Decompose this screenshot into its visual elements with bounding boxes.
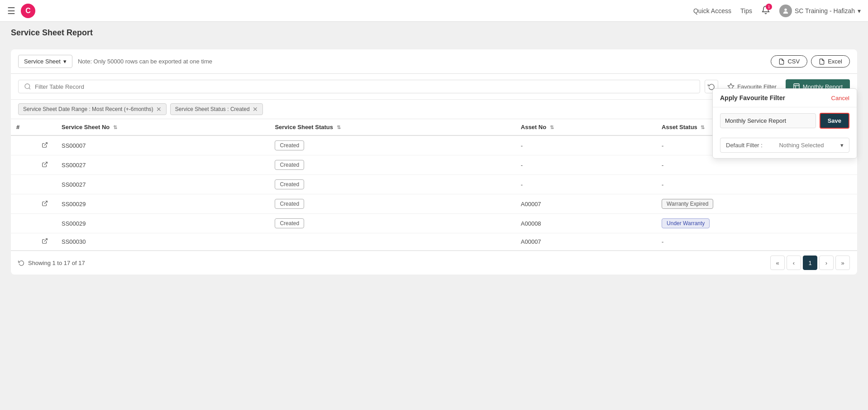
user-avatar [779, 5, 792, 17]
cell-sheet-no: SS00029 [56, 194, 269, 214]
cell-hash [11, 155, 33, 175]
cell-open-link[interactable] [33, 155, 56, 175]
fav-popup-footer: Default Filter : Nothing Selected ▾ [713, 134, 857, 158]
cell-asset-no: A00007 [515, 233, 656, 251]
table-row: SS00029CreatedA00007Warranty Expired [11, 194, 857, 214]
table-row: SS00027Created-- [11, 175, 857, 194]
search-input[interactable] [35, 83, 694, 90]
open-link-icon[interactable] [42, 162, 48, 169]
topnav-right: Quick Access Tips 1 SC Training - Hafiza… [693, 5, 861, 17]
cell-open-link[interactable] [33, 135, 56, 155]
logo-icon: C [21, 4, 35, 18]
cell-asset-no: A00007 [515, 194, 656, 214]
export-bar: Service Sheet ▾ Note: Only 50000 rows ca… [11, 49, 857, 74]
bell-badge: 1 [766, 4, 772, 10]
default-filter-value: Nothing Selected [779, 142, 824, 149]
quick-access-link[interactable]: Quick Access [693, 7, 731, 14]
remove-date-range-filter[interactable]: ✕ [156, 106, 162, 113]
asset-status-badge: Warranty Expired [662, 199, 713, 209]
svg-line-7 [44, 142, 47, 145]
fav-save-button[interactable]: Save [820, 113, 849, 129]
cell-sheet-no: SS00007 [56, 135, 269, 155]
topnav: ☰ C Quick Access Tips 1 SC Training - Ha… [0, 0, 868, 22]
page-first-button[interactable]: « [770, 256, 785, 270]
main-content: Service Sheet ▾ Note: Only 50000 rows ca… [0, 44, 868, 285]
svg-point-1 [25, 84, 30, 89]
cell-open-link [33, 175, 56, 194]
page-title: Service Sheet Report [11, 28, 857, 38]
table-row: SS00029CreatedA00008Under Warranty [11, 214, 857, 233]
fav-popup-body: Save [713, 107, 857, 134]
asset-status-badge: Under Warranty [662, 218, 710, 228]
cell-hash [11, 233, 33, 251]
page-last-button[interactable]: » [835, 256, 850, 270]
cell-sheet-no: SS00027 [56, 175, 269, 194]
page-1-button[interactable]: 1 [803, 256, 817, 270]
cell-asset-status: - [656, 175, 857, 194]
cell-status: Created [269, 175, 515, 194]
cell-asset-status: Under Warranty [656, 214, 857, 233]
default-filter-chevron: ▾ [840, 142, 844, 149]
export-buttons: CSV Excel [771, 55, 850, 68]
pagination-info: Showing 1 to 17 of 17 [18, 260, 85, 266]
user-chevron: ▾ [858, 7, 861, 14]
open-link-icon[interactable] [42, 239, 48, 246]
search-box [18, 80, 700, 93]
default-filter-dropdown[interactable]: Default Filter : Nothing Selected ▾ [720, 138, 849, 153]
cell-hash [11, 194, 33, 214]
pagination-showing: Showing 1 to 17 of 17 [28, 260, 85, 266]
pagination-controls: « ‹ 1 › » [770, 256, 850, 270]
cell-status: Created [269, 194, 515, 214]
user-name: SC Training - Hafizah [795, 7, 855, 14]
status-badge: Created [275, 199, 304, 209]
filter-chip-date-range: Service Sheet Date Range : Most Recent (… [18, 103, 167, 115]
excel-button[interactable]: Excel [811, 55, 850, 68]
cell-asset-no: - [515, 175, 656, 194]
service-sheet-dropdown[interactable]: Service Sheet ▾ [18, 55, 72, 68]
page-prev-button[interactable]: ‹ [787, 256, 801, 270]
page-next-button[interactable]: › [819, 256, 834, 270]
cell-open-link [33, 214, 56, 233]
col-header-asset-no[interactable]: Asset No ⇅ [515, 119, 656, 135]
cell-asset-no: - [515, 135, 656, 155]
table-row: SS00030A00007- [11, 233, 857, 251]
status-badge: Created [275, 160, 304, 170]
fav-popup-title: Apply Favourite Filter [720, 94, 785, 101]
topnav-left: ☰ C [7, 4, 35, 18]
pagination-refresh-icon[interactable] [18, 260, 24, 266]
hamburger-icon[interactable]: ☰ [7, 5, 15, 16]
cell-open-link[interactable] [33, 194, 56, 214]
fav-input-row: Save [720, 113, 849, 129]
remove-status-filter[interactable]: ✕ [253, 106, 258, 113]
default-filter-label: Default Filter : [726, 142, 763, 149]
col-header-sheet-no[interactable]: Service Sheet No ⇅ [56, 119, 269, 135]
search-icon [24, 83, 31, 90]
svg-line-9 [44, 201, 47, 203]
tips-link[interactable]: Tips [740, 7, 752, 14]
pagination-bar: Showing 1 to 17 of 17 « ‹ 1 › » [11, 251, 857, 275]
svg-line-8 [44, 162, 47, 164]
cell-sheet-no: SS00030 [56, 233, 269, 251]
cell-asset-status: Warranty Expired [656, 194, 857, 214]
open-link-icon[interactable] [42, 201, 48, 208]
status-badge: Created [275, 218, 304, 228]
cell-status [269, 233, 515, 251]
fav-name-input[interactable] [720, 113, 816, 128]
open-link-icon[interactable] [42, 143, 48, 150]
svg-point-0 [784, 8, 787, 10]
csv-button[interactable]: CSV [771, 55, 807, 68]
cell-status: Created [269, 135, 515, 155]
cell-open-link[interactable] [33, 233, 56, 251]
status-badge: Created [275, 140, 304, 150]
cell-status: Created [269, 214, 515, 233]
col-header-status[interactable]: Service Sheet Status ⇅ [269, 119, 515, 135]
cell-hash [11, 135, 33, 155]
cell-asset-no: A00008 [515, 214, 656, 233]
fav-cancel-button[interactable]: Cancel [831, 95, 849, 101]
svg-line-2 [29, 88, 30, 89]
cell-sheet-no: SS00027 [56, 155, 269, 175]
cell-asset-status: - [656, 233, 857, 251]
user-menu[interactable]: SC Training - Hafizah ▾ [779, 5, 861, 17]
bell-icon[interactable]: 1 [761, 5, 770, 16]
col-header-hash: # [11, 119, 33, 135]
